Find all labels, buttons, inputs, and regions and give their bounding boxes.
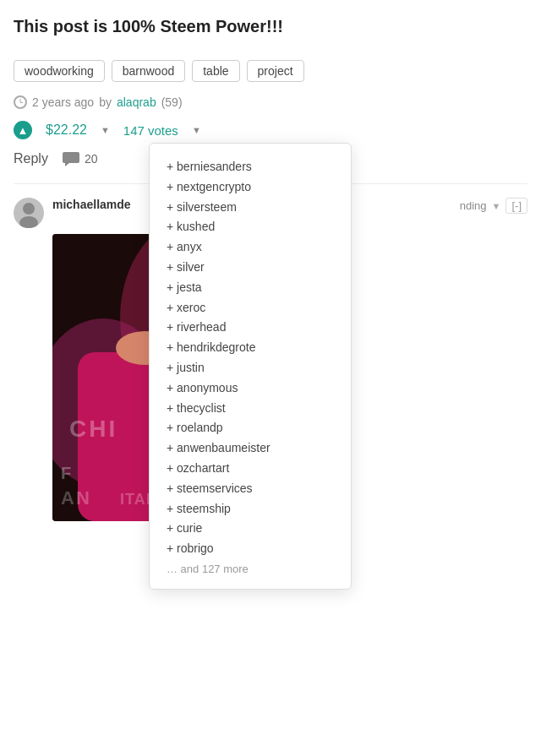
- voter-4: + anyx: [167, 237, 334, 258]
- voter-0: + berniesanders: [167, 157, 334, 177]
- price-dropdown-icon[interactable]: ▼: [101, 125, 110, 135]
- author-link[interactable]: alaqrab: [117, 95, 156, 109]
- svg-point-3: [23, 203, 35, 215]
- voter-1: + nextgencrypto: [167, 177, 334, 198]
- voter-14: + anwenbaumeister: [167, 438, 334, 459]
- comments-button[interactable]: 20: [62, 151, 98, 166]
- voter-13: + roelandp: [167, 418, 334, 438]
- voter-10: + justin: [167, 358, 334, 378]
- author-rep: (59): [161, 95, 183, 109]
- post-price: $22.22: [46, 122, 87, 138]
- tag-woodworking[interactable]: woodworking: [14, 60, 105, 82]
- tags-row: woodworking barnwood table project: [14, 60, 527, 82]
- voter-15: + ozchartart: [167, 459, 334, 479]
- voter-9: + hendrikdegrote: [167, 338, 334, 358]
- svg-text:AN: AN: [61, 487, 91, 509]
- tag-project[interactable]: project: [247, 60, 304, 82]
- voter-3: + kushed: [167, 217, 334, 237]
- upvote-button[interactable]: ▲: [14, 121, 32, 139]
- tag-table[interactable]: table: [192, 60, 239, 82]
- voter-5: + silver: [167, 258, 334, 278]
- more-voters-text: … and 127 more: [167, 563, 334, 575]
- upvote-arrow-icon: ▲: [14, 121, 32, 139]
- avatar: [14, 198, 44, 228]
- voter-6: + jesta: [167, 278, 334, 298]
- svg-text:F: F: [61, 464, 73, 482]
- meta-row: 2 years ago by alaqrab (59): [14, 95, 527, 109]
- svg-rect-0: [63, 152, 79, 163]
- voter-list: + berniesanders + nextgencrypto + silver…: [167, 157, 334, 575]
- voter-12: + thecyclist: [167, 399, 334, 419]
- votes-dropdown-popup: + berniesanders + nextgencrypto + silver…: [149, 143, 352, 590]
- svg-marker-1: [65, 163, 69, 166]
- voter-8: + riverhead: [167, 318, 334, 338]
- votes-dropdown-icon[interactable]: ▼: [192, 125, 201, 135]
- voter-16: + steemservices: [167, 479, 334, 499]
- svg-text:CHI: CHI: [69, 416, 117, 442]
- post-title: This post is 100% Steem Power!!!: [14, 17, 527, 36]
- voter-7: + xeroc: [167, 298, 334, 318]
- clock-icon: [14, 95, 27, 109]
- comment-icon: [62, 151, 80, 166]
- comment-username[interactable]: michaellamde: [52, 198, 131, 211]
- voter-19: + robrigo: [167, 539, 334, 559]
- voter-17: + steemship: [167, 499, 334, 519]
- time-ago: 2 years ago: [32, 95, 94, 109]
- voter-18: + curie: [167, 519, 334, 539]
- reply-button[interactable]: Reply: [14, 151, 48, 166]
- by-text: by: [99, 95, 112, 109]
- voter-11: + anonymous: [167, 378, 334, 399]
- votes-count[interactable]: 147 votes: [123, 123, 178, 138]
- comment-count: 20: [85, 152, 98, 166]
- votes-row: ▲ $22.22 ▼ 147 votes ▼: [14, 121, 527, 139]
- tag-barnwood[interactable]: barnwood: [112, 60, 186, 82]
- voter-2: + silversteem: [167, 198, 334, 218]
- action-row: Reply 20 + berniesanders + nextgencrypto…: [14, 151, 527, 166]
